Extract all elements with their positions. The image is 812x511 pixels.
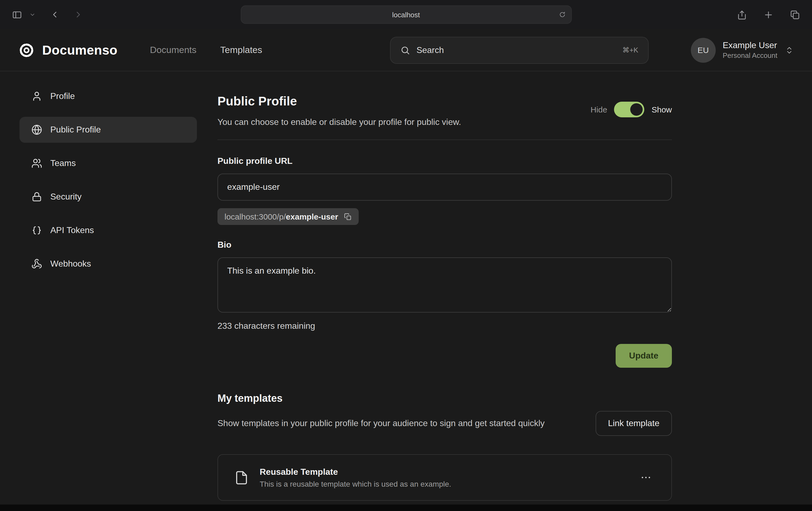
sidebar-item-label: Security xyxy=(50,192,82,202)
forward-icon[interactable] xyxy=(71,7,85,22)
sidebar-item-public-profile[interactable]: Public Profile xyxy=(20,117,197,143)
address-bar[interactable]: localhost xyxy=(240,5,572,24)
search-icon xyxy=(400,45,410,55)
address-url: localhost xyxy=(392,10,420,19)
window-bottom-edge xyxy=(0,505,812,511)
globe-icon xyxy=(31,124,42,135)
sidebar-item-label: Profile xyxy=(50,91,75,101)
webhook-icon xyxy=(31,259,42,269)
page-title: Public Profile xyxy=(218,93,461,109)
brand[interactable]: Documenso xyxy=(19,42,117,58)
user-menu[interactable]: EU Example User Personal Account xyxy=(691,37,793,62)
back-icon[interactable] xyxy=(48,7,62,22)
bio-textarea[interactable]: This is an example bio. xyxy=(218,258,672,312)
sidebar-item-label: Webhooks xyxy=(50,259,91,269)
refresh-icon[interactable] xyxy=(558,11,566,18)
file-icon xyxy=(234,470,249,485)
url-preview-badge: localhost:3000/p/example-user xyxy=(218,208,359,225)
template-description: This is a reusable template which is use… xyxy=(260,479,451,488)
template-title: Reusable Template xyxy=(260,467,451,477)
users-icon xyxy=(31,158,42,169)
user-account-type: Personal Account xyxy=(723,51,777,59)
show-label: Show xyxy=(651,105,672,114)
nav-documents[interactable]: Documents xyxy=(150,44,196,55)
app-header: Documenso Documents Templates Search ⌘+K… xyxy=(0,29,812,71)
my-templates-title: My templates xyxy=(218,391,672,405)
browser-chrome: localhost xyxy=(0,0,812,29)
profile-visibility-toggle[interactable] xyxy=(614,102,644,117)
sidebar-item-label: API Tokens xyxy=(50,226,94,235)
search-shortcut: ⌘+K xyxy=(622,46,638,54)
sidebar-item-profile[interactable]: Profile xyxy=(20,83,197,109)
public-profile-url-input[interactable] xyxy=(218,174,672,201)
divider xyxy=(218,140,672,140)
link-template-button[interactable]: Link template xyxy=(596,411,672,436)
copy-icon[interactable] xyxy=(344,213,352,220)
brand-name: Documenso xyxy=(42,42,117,58)
lock-icon xyxy=(31,191,42,202)
search-input[interactable]: Search ⌘+K xyxy=(390,36,649,63)
hide-label: Hide xyxy=(590,105,607,114)
sidebar-item-teams[interactable]: Teams xyxy=(20,150,197,176)
sidebar-item-webhooks[interactable]: Webhooks xyxy=(20,251,197,277)
visibility-toggle-group: Hide Show xyxy=(590,102,672,117)
nav-templates[interactable]: Templates xyxy=(220,44,262,55)
sidebar-item-label: Teams xyxy=(50,158,76,168)
app-window: localhost Documenso Documents xyxy=(0,0,812,511)
new-tab-icon[interactable] xyxy=(761,7,776,22)
user-name: Example User xyxy=(723,40,777,50)
avatar: EU xyxy=(691,37,716,62)
settings-sidebar: Profile Public Profile Teams Security xyxy=(20,83,197,501)
braces-icon xyxy=(31,225,42,236)
sidebar-item-api-tokens[interactable]: API Tokens xyxy=(20,217,197,243)
tab-overview-icon[interactable] xyxy=(788,7,802,22)
chevrons-up-down-icon[interactable] xyxy=(785,46,793,54)
ellipsis-menu-icon[interactable] xyxy=(637,468,655,487)
documenso-logo-icon xyxy=(19,42,35,58)
sidebar-toggle-icon[interactable] xyxy=(10,7,24,22)
update-button[interactable]: Update xyxy=(616,344,672,368)
my-templates-subtitle: Show templates in your public profile fo… xyxy=(218,416,545,430)
user-icon xyxy=(31,91,42,102)
main-content: Public Profile You can choose to enable … xyxy=(218,83,672,501)
page-subtitle: You can choose to enable or disable your… xyxy=(218,116,461,129)
bio-field-label: Bio xyxy=(218,240,672,250)
template-card: Reusable Template This is a reusable tem… xyxy=(218,454,672,501)
sidebar-item-security[interactable]: Security xyxy=(20,184,197,210)
chevron-down-icon[interactable] xyxy=(28,10,37,20)
search-placeholder: Search xyxy=(416,45,444,55)
share-icon[interactable] xyxy=(735,7,749,22)
toggle-knob xyxy=(631,103,643,116)
url-preview-text: localhost:3000/p/example-user xyxy=(225,212,338,221)
url-field-label: Public profile URL xyxy=(218,156,672,166)
sidebar-item-label: Public Profile xyxy=(50,125,101,134)
chars-remaining: 233 characters remaining xyxy=(218,321,672,331)
app-body: Profile Public Profile Teams Security xyxy=(0,71,812,501)
top-nav: Documents Templates xyxy=(150,44,262,55)
